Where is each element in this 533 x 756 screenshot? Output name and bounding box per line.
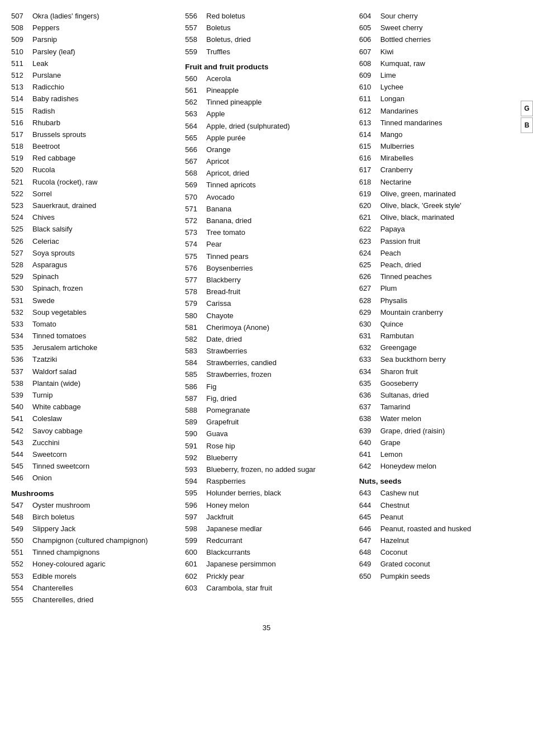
list-item: 600 Blackcurrants — [185, 547, 348, 557]
list-item: 556 Red boletus — [185, 11, 348, 21]
item-number: 628 — [359, 296, 380, 306]
item-number: 563 — [185, 109, 206, 119]
left-items-list: 507 Okra (ladies' fingers) 508 Peppers 5… — [11, 11, 174, 484]
item-label: Japanese persimmon — [206, 559, 275, 569]
list-item: 513 Radicchio — [11, 82, 174, 92]
item-label: Gooseberry — [380, 379, 418, 389]
item-label: Sultanas, dried — [380, 390, 429, 400]
item-label: Olive, black, 'Greek style' — [380, 201, 461, 211]
item-number: 576 — [185, 263, 206, 273]
list-item: 637 Tamarind — [359, 402, 522, 412]
item-number: 532 — [11, 308, 32, 318]
item-label: Tzatziki — [32, 355, 57, 365]
list-item: 580 Chayote — [185, 311, 348, 321]
item-label: Jackfruit — [206, 512, 233, 522]
list-item: 632 Greengage — [359, 343, 522, 353]
item-label: Peppers — [32, 23, 59, 33]
list-item: 570 Avocado — [185, 192, 348, 202]
item-number: 611 — [359, 94, 380, 104]
item-number: 587 — [185, 394, 206, 404]
item-label: Onion — [32, 473, 52, 483]
list-item: 624 Peach — [359, 248, 522, 258]
item-label: Brussels sprouts — [32, 130, 86, 140]
item-label: Tinned peaches — [380, 272, 432, 282]
item-label: Carambola, star fruit — [206, 583, 272, 593]
list-item: 606 Bottled cherries — [359, 35, 522, 45]
list-item: 508 Peppers — [11, 23, 174, 33]
list-item: 604 Sour cherry — [359, 11, 522, 21]
list-item: 643 Cashew nut — [359, 488, 522, 498]
list-item: 585 Strawberries, frozen — [185, 370, 348, 380]
list-item: 566 Orange — [185, 145, 348, 155]
item-label: Quince — [380, 319, 403, 329]
item-number: 567 — [185, 157, 206, 167]
item-number: 508 — [11, 23, 32, 33]
item-label: Peach, dried — [380, 260, 421, 270]
item-number: 542 — [11, 426, 32, 436]
item-label: Honey melon — [206, 500, 249, 511]
item-label: White cabbage — [32, 402, 81, 412]
list-item: 602 Prickly pear — [185, 571, 348, 582]
item-label: Tree tomato — [206, 228, 245, 238]
list-item: 597 Jackfruit — [185, 512, 348, 522]
item-label: Pineapple — [206, 86, 239, 96]
item-label: Waldorf salad — [32, 367, 77, 377]
list-item: 576 Boysenberries — [185, 263, 348, 273]
item-number: 625 — [359, 260, 380, 270]
list-item: 530 Spinach, frozen — [11, 284, 174, 294]
item-label: Mango — [380, 130, 403, 140]
list-item: 649 Grated coconut — [359, 559, 522, 569]
tab-g[interactable]: G — [521, 101, 533, 116]
item-number: 610 — [359, 82, 380, 92]
item-label: Japanese medlar — [206, 524, 262, 534]
item-number: 618 — [359, 177, 380, 187]
item-label: Rose hip — [206, 441, 235, 451]
item-number: 565 — [185, 133, 206, 143]
list-item: 550 Champignon (cultured champignon) — [11, 536, 174, 546]
item-label: Baby radishes — [32, 94, 78, 104]
item-number: 539 — [11, 390, 32, 400]
list-item: 574 Pear — [185, 239, 348, 249]
item-label: Spinach, frozen — [32, 284, 83, 294]
list-item: 519 Red cabbage — [11, 153, 174, 163]
item-label: Prickly pear — [206, 571, 244, 582]
item-number: 613 — [359, 118, 380, 128]
item-number: 619 — [359, 189, 380, 199]
item-number: 574 — [185, 239, 206, 249]
item-number: 527 — [11, 248, 32, 258]
item-number: 591 — [185, 441, 206, 451]
item-label: Tinned mandarines — [380, 118, 442, 128]
item-label: Mirabelles — [380, 153, 413, 163]
item-number: 554 — [11, 583, 32, 593]
list-item: 525 Black salsify — [11, 224, 174, 234]
list-item: 516 Rhubarb — [11, 118, 174, 128]
item-number: 552 — [11, 559, 32, 569]
item-label: Rhubarb — [32, 118, 60, 128]
list-item: 618 Nectarine — [359, 177, 522, 187]
item-number: 549 — [11, 524, 32, 534]
item-label: Carissa — [206, 299, 231, 309]
list-item: 517 Brussels sprouts — [11, 130, 174, 140]
tab-b[interactable]: B — [521, 117, 533, 133]
item-label: Lime — [380, 70, 396, 81]
item-label: Pear — [206, 239, 221, 249]
list-item: 577 Blackberry — [185, 275, 348, 285]
item-number: 614 — [359, 130, 380, 140]
list-item: 553 Edible morels — [11, 571, 174, 582]
item-number: 634 — [359, 367, 380, 377]
item-label: Rucola (rocket), raw — [32, 177, 97, 187]
item-label: Tinned apricots — [206, 180, 255, 190]
item-number: 519 — [11, 153, 32, 163]
item-label: Peach — [380, 248, 401, 258]
item-label: Swede — [32, 296, 55, 306]
list-item: 554 Chanterelles — [11, 583, 174, 593]
list-item: 625 Peach, dried — [359, 260, 522, 270]
right-items-list: 604 Sour cherry 605 Sweet cherry 606 Bot… — [359, 11, 522, 471]
item-label: Peanut — [380, 512, 403, 522]
item-label: Olive, black, marinated — [380, 212, 454, 223]
list-item: 534 Tinned tomatoes — [11, 331, 174, 341]
item-number: 609 — [359, 70, 380, 81]
list-item: 512 Purslane — [11, 70, 174, 81]
list-item: 611 Longan — [359, 94, 522, 104]
item-label: Apple, dried (sulphurated) — [206, 121, 290, 131]
